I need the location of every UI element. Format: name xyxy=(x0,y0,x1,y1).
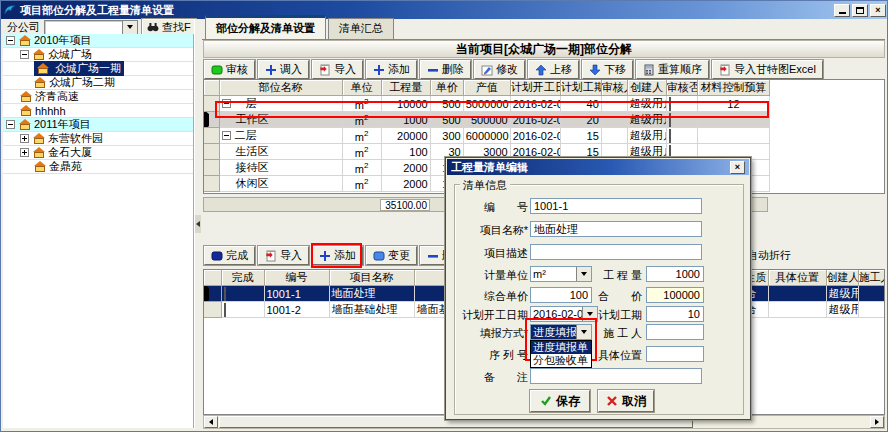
scroll-left-button[interactable] xyxy=(204,416,218,428)
import-gantt-excel-button[interactable]: 导入甘特图Excel xyxy=(712,60,823,79)
blue-square-icon xyxy=(211,250,223,262)
groupbox-label: 清单信息 xyxy=(460,178,510,193)
paste-icon xyxy=(719,64,731,76)
list-edit-dialog: 工程量清单编辑 × 清单信息 编 号 项目名称* 项目描述 计量单位 m² 工 … xyxy=(445,157,751,420)
call-in-button[interactable]: 调入 xyxy=(258,60,309,79)
collapse-icon[interactable] xyxy=(6,36,15,45)
house-icon xyxy=(19,119,31,130)
move-up-button[interactable]: 上移 xyxy=(528,60,579,79)
arrow-up-icon xyxy=(535,64,547,76)
add-button[interactable]: 添加 xyxy=(366,60,417,79)
total-quantity-cell: 35100.00 xyxy=(380,199,430,211)
dialog-title: 工程量清单编辑 xyxy=(451,160,528,175)
tab-strip: 部位分解及清单设置 清单汇总 xyxy=(202,19,885,40)
expand-icon[interactable] xyxy=(20,134,29,143)
collapse-icon[interactable] xyxy=(222,131,231,140)
chevron-down-icon[interactable] xyxy=(122,21,137,34)
dialog-title-bar: 工程量清单编辑 × xyxy=(447,159,749,175)
row-indicator-icon xyxy=(204,286,209,302)
note-field[interactable] xyxy=(530,368,702,384)
minus-icon xyxy=(427,64,439,76)
table-row-selected[interactable]: 工作区 m2 1000500 5000002016-02-01 20 超级用户 xyxy=(204,112,770,128)
mode-label: 填报方式* xyxy=(454,326,528,341)
table-row[interactable]: 二层 m2 20000300 60000002016-02-01 15 超级用户 xyxy=(204,128,770,144)
tree-item-dongying[interactable]: 东营软件园 xyxy=(3,132,193,146)
change-button[interactable]: 变更 xyxy=(366,246,417,265)
table-row[interactable]: 一层 m2 10000500 50000002016-02-01 40 超级用户… xyxy=(204,96,770,112)
company-combobox[interactable] xyxy=(44,20,138,35)
finished-checkbox[interactable] xyxy=(224,287,226,301)
blue-square-icon xyxy=(373,250,385,262)
tab-list-summary[interactable]: 清单汇总 xyxy=(328,18,394,39)
scroll-right-button[interactable] xyxy=(870,416,884,428)
maximize-button[interactable] xyxy=(852,4,868,17)
autowrap-label[interactable]: 自动折行 xyxy=(747,248,791,263)
location-field[interactable] xyxy=(646,346,704,362)
selected-tree-item: 众城广场一期 xyxy=(34,61,124,76)
move-down-button[interactable]: 下移 xyxy=(582,60,633,79)
house-icon xyxy=(33,147,45,158)
audit-checkbox[interactable] xyxy=(669,113,671,127)
maximize-icon xyxy=(856,7,864,14)
close-button[interactable]: × xyxy=(870,4,886,17)
window-title: 项目部位分解及工程量清单设置 xyxy=(20,3,174,18)
qty-field[interactable] xyxy=(646,266,704,282)
name-field[interactable] xyxy=(530,221,702,237)
serial-label: 序 列 号 xyxy=(454,348,528,363)
house-icon xyxy=(19,35,31,46)
audit-button[interactable]: 审核 xyxy=(204,60,255,79)
splitter-collapse-button[interactable] xyxy=(195,215,201,233)
app-icon xyxy=(4,4,16,16)
window-controls: × xyxy=(832,4,886,17)
qty-label: 工 程 量 xyxy=(568,268,642,283)
search-button[interactable]: 查找F xyxy=(142,19,196,35)
binoculars-icon xyxy=(147,21,159,33)
arrow-right-icon xyxy=(875,419,879,425)
tree-item-zhongcheng-1[interactable]: 众城广场一期 xyxy=(3,62,193,76)
recalc-order-button[interactable]: 重算顺序 xyxy=(636,60,709,79)
tree-item-zhongcheng[interactable]: 众城广场 xyxy=(3,48,193,62)
add-list-button[interactable]: 添加 xyxy=(312,246,363,265)
house-icon xyxy=(20,105,32,116)
audit-checkbox[interactable] xyxy=(669,129,671,143)
mode-dropdown-list: 进度填报单 分包验收单 xyxy=(530,340,592,368)
collapse-icon[interactable] xyxy=(222,99,231,108)
collapse-icon[interactable] xyxy=(20,50,29,59)
delete-button[interactable]: 删除 xyxy=(420,60,471,79)
code-label: 编 号 xyxy=(454,200,528,215)
cancel-button[interactable]: 取消 xyxy=(598,390,654,412)
house-icon xyxy=(34,77,46,88)
tree-item-jinshi[interactable]: 金石大厦 xyxy=(3,146,193,160)
save-button[interactable]: 保存 xyxy=(530,390,590,412)
import-button[interactable]: 导入 xyxy=(312,60,363,79)
minimize-button[interactable] xyxy=(834,4,850,17)
dropdown-option-progress[interactable]: 进度填报单 xyxy=(531,341,591,354)
tree-item-hhhhh[interactable]: hhhhh xyxy=(3,104,193,118)
plus-icon xyxy=(373,64,385,76)
worker-field[interactable] xyxy=(646,324,704,340)
import-list-button[interactable]: 导入 xyxy=(258,246,309,265)
tree-item-jiqing[interactable]: 济青高速 xyxy=(3,90,193,104)
calculator-icon xyxy=(643,64,655,76)
audit-checkbox[interactable] xyxy=(669,97,671,111)
finished-checkbox[interactable] xyxy=(224,303,226,317)
duration-field[interactable] xyxy=(646,306,704,322)
dialog-close-button[interactable]: × xyxy=(730,161,745,174)
tree-item-zhongcheng-2[interactable]: 众城广场二期 xyxy=(3,76,193,90)
tree-item-2010[interactable]: 2010年项目 xyxy=(3,34,193,48)
tree-item-jinding[interactable]: 金鼎苑 xyxy=(3,160,193,174)
tab-part-breakdown[interactable]: 部位分解及清单设置 xyxy=(205,15,326,39)
finish-button[interactable]: 完成 xyxy=(204,246,255,265)
house-icon xyxy=(33,133,45,144)
dropdown-option-subcontract[interactable]: 分包验收单 xyxy=(531,354,591,367)
code-field[interactable] xyxy=(530,198,702,214)
plus-icon xyxy=(265,64,277,76)
expand-icon[interactable] xyxy=(20,148,29,157)
desc-field[interactable] xyxy=(530,244,702,260)
modify-button[interactable]: 修改 xyxy=(474,60,525,79)
paste-icon xyxy=(319,64,331,76)
arrow-left-icon xyxy=(196,221,200,227)
tree-item-2011[interactable]: 2011年项目 xyxy=(3,118,193,132)
collapse-icon[interactable] xyxy=(6,120,15,129)
total-field[interactable] xyxy=(646,287,704,303)
